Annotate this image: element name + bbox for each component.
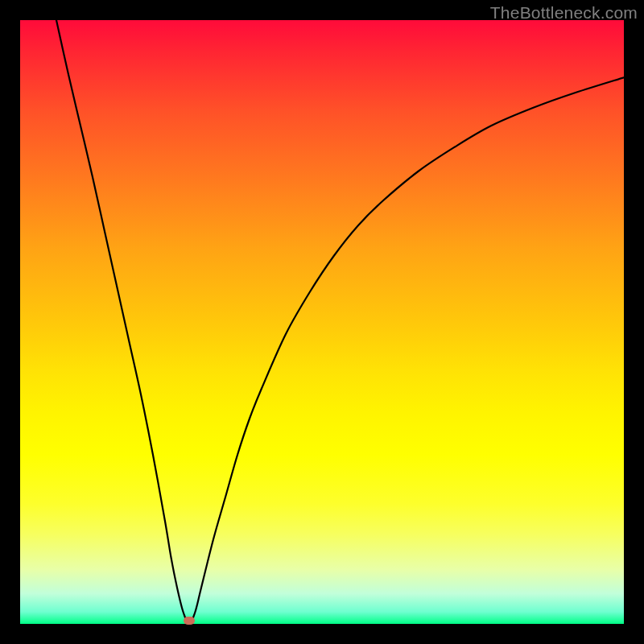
plot-background: [20, 20, 624, 624]
minimum-marker: [184, 617, 195, 625]
watermark-text: TheBottleneck.com: [490, 3, 638, 23]
